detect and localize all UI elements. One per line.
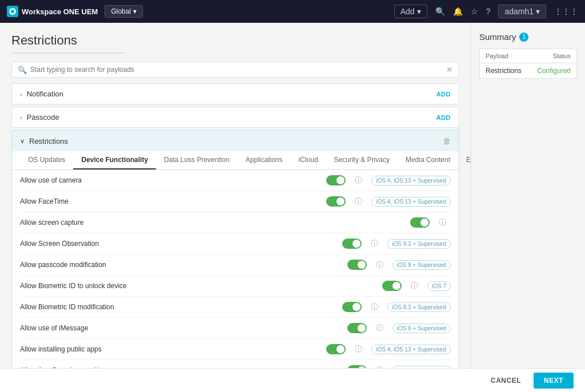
add-label: Add	[400, 7, 415, 16]
restrictions-body: OS Updates Device Functionality Data Los…	[12, 151, 459, 392]
passcode-add-button[interactable]: ADD	[436, 114, 451, 121]
search-icon[interactable]: 🔍	[435, 7, 445, 16]
setting-label: Allow screen capture	[20, 219, 410, 227]
clear-icon[interactable]: ✕	[446, 65, 453, 74]
next-button[interactable]: NEXT	[534, 373, 574, 389]
setting-label: Allow Biometric ID modification	[20, 303, 342, 311]
app-name: Workspace ONE UEM	[22, 7, 98, 16]
info-icon[interactable]: ⓘ	[371, 302, 378, 312]
star-icon[interactable]: ☆	[471, 7, 478, 16]
chevron-down-icon: ▾	[417, 7, 421, 16]
cancel-button[interactable]: CANCEL	[483, 373, 529, 388]
biometric-mod-toggle[interactable]	[342, 302, 362, 312]
ios-badge: iOS 4, iOS 13 + Supervised	[371, 176, 451, 185]
main-layout: Restrictions 🔍 ✕ › Notification ADD › Pa…	[0, 23, 585, 392]
restrictions-accordion-header[interactable]: ∨ Restrictions 🗑	[12, 131, 459, 151]
ios-badge: iOS 9.3 + Supervised	[387, 239, 451, 249]
chevron-down-icon: ∨	[20, 138, 25, 145]
screen-capture-toggle[interactable]	[410, 217, 430, 228]
info-icon[interactable]: ⓘ	[376, 323, 383, 333]
notification-accordion: › Notification ADD	[11, 83, 459, 104]
global-button[interactable]: Global ▾	[105, 5, 143, 18]
screen-observation-toggle[interactable]	[342, 239, 362, 249]
grid-icon[interactable]: ⋮⋮⋮	[554, 7, 578, 16]
summary-label: Summary	[479, 32, 516, 42]
payload-cell: Restrictions	[486, 67, 537, 75]
chevron-right-icon: ›	[20, 91, 22, 98]
tab-data-loss-prevention[interactable]: Data Loss Prevention	[156, 151, 238, 169]
tab-education[interactable]: Education	[458, 151, 471, 169]
info-icon[interactable]: ⓘ	[376, 260, 383, 270]
user-label: adamh1	[504, 7, 534, 16]
tab-applications[interactable]: Applications	[238, 151, 291, 169]
ios-badge: iOS 9 + Supervised	[392, 260, 451, 270]
info-icon[interactable]: ⓘ	[355, 344, 362, 354]
footer: CANCEL NEXT	[0, 368, 585, 392]
info-icon[interactable]: ⓘ	[411, 281, 418, 291]
search-icon: 🔍	[18, 66, 27, 74]
app-logo: Workspace ONE UEM	[7, 6, 98, 17]
chevron-down-icon: ▾	[536, 7, 540, 16]
tab-media-content[interactable]: Media Content	[398, 151, 458, 169]
delete-icon[interactable]: 🗑	[443, 136, 451, 146]
summary-panel: Summary 1 Payload Status Restrictions Co…	[471, 23, 585, 392]
summary-count-badge: 1	[519, 33, 528, 42]
ios-badge: iOS 4, iOS 13 + Supervised	[371, 197, 451, 207]
ios-badge: iOS 4, iOS 13 + Supervised	[371, 345, 451, 354]
bell-icon[interactable]: 🔔	[453, 7, 463, 16]
svg-point-1	[11, 10, 14, 13]
payload-col-header: Payload	[486, 52, 553, 59]
passcode-accordion: › Passcode ADD	[11, 107, 459, 128]
camera-toggle[interactable]	[326, 175, 346, 185]
setting-label: Allow Biometric ID to unlock device	[20, 282, 382, 290]
setting-label: Allow installing public apps	[20, 345, 326, 353]
tab-os-updates[interactable]: OS Updates	[20, 151, 73, 169]
facetime-toggle[interactable]	[326, 196, 346, 207]
setting-row: Allow use of iMessage ⓘ iOS 6 + Supervis…	[20, 318, 451, 339]
user-menu-button[interactable]: adamh1 ▾	[498, 5, 546, 18]
restrictions-label: Restrictions	[29, 137, 443, 146]
help-icon[interactable]: ?	[486, 7, 491, 16]
notification-add-button[interactable]: ADD	[436, 91, 451, 98]
setting-label: Allow use of iMessage	[20, 324, 347, 332]
setting-row: Allow passcode modification ⓘ iOS 9 + Su…	[20, 254, 451, 276]
setting-row: Allow Biometric ID modification ⓘ iOS 8.…	[20, 297, 451, 318]
passcode-accordion-header[interactable]: › Passcode ADD	[12, 107, 459, 127]
top-nav: Workspace ONE UEM Global ▾ Add ▾ 🔍 🔔 ☆ ?…	[0, 0, 585, 23]
chevron-right-icon: ›	[20, 114, 22, 121]
biometric-unlock-toggle[interactable]	[382, 281, 402, 291]
setting-label: Allow use of camera	[20, 176, 326, 184]
imessage-toggle[interactable]	[347, 323, 367, 333]
tab-security-privacy[interactable]: Security & Privacy	[326, 151, 398, 169]
info-icon[interactable]: ⓘ	[371, 239, 378, 249]
notification-label: Notification	[27, 90, 436, 98]
restrictions-accordion: ∨ Restrictions 🗑 OS Updates Device Funct…	[11, 130, 459, 392]
status-col-header: Status	[553, 52, 571, 59]
global-label: Global	[111, 7, 131, 15]
ios-badge: iOS 6 + Supervised	[392, 324, 451, 333]
public-apps-toggle[interactable]	[326, 344, 346, 354]
logo-icon	[7, 6, 18, 17]
info-icon[interactable]: ⓘ	[355, 175, 362, 185]
info-icon[interactable]: ⓘ	[355, 196, 362, 207]
info-icon[interactable]: ⓘ	[439, 217, 446, 228]
tab-icloud[interactable]: iCloud	[291, 151, 326, 169]
nav-actions: Add ▾ 🔍 🔔 ☆ ? adamh1 ▾ ⋮⋮⋮	[394, 5, 578, 18]
passcode-mod-toggle[interactable]	[347, 260, 367, 270]
add-button[interactable]: Add ▾	[394, 5, 427, 18]
settings-list: Allow use of camera ⓘ iOS 4, iOS 13 + Su…	[12, 170, 459, 392]
tabs-bar: OS Updates Device Functionality Data Los…	[12, 151, 459, 170]
search-input[interactable]	[30, 66, 446, 74]
setting-label: Allow passcode modification	[20, 261, 347, 269]
setting-row: Allow use of camera ⓘ iOS 4, iOS 13 + Su…	[20, 170, 451, 191]
setting-row: Allow installing public apps ⓘ iOS 4, iO…	[20, 339, 451, 360]
ios-badge: iOS 8.3 + Supervised	[387, 302, 451, 312]
summary-table-header: Payload Status	[480, 49, 576, 63]
notification-accordion-header[interactable]: › Notification ADD	[12, 84, 459, 104]
setting-row: Allow Biometric ID to unlock device ⓘ iO…	[20, 276, 451, 297]
tab-device-functionality[interactable]: Device Functionality	[73, 151, 156, 169]
ios-badge: iOS 7	[427, 281, 451, 291]
summary-title: Summary 1	[479, 32, 577, 42]
setting-label: Allow FaceTime	[20, 197, 326, 205]
status-cell: Configured	[537, 67, 571, 75]
